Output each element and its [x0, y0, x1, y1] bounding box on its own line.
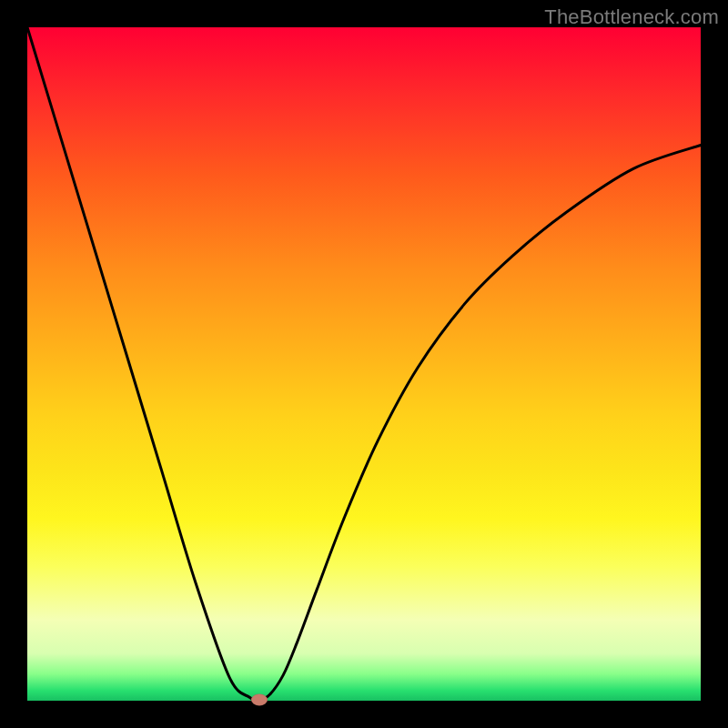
- plot-area: [27, 27, 701, 701]
- chart-frame: TheBottleneck.com: [0, 0, 728, 728]
- watermark-text: TheBottleneck.com: [544, 5, 719, 29]
- bottleneck-curve: [27, 27, 701, 701]
- minimum-marker: [251, 693, 268, 705]
- curve-path: [27, 27, 701, 701]
